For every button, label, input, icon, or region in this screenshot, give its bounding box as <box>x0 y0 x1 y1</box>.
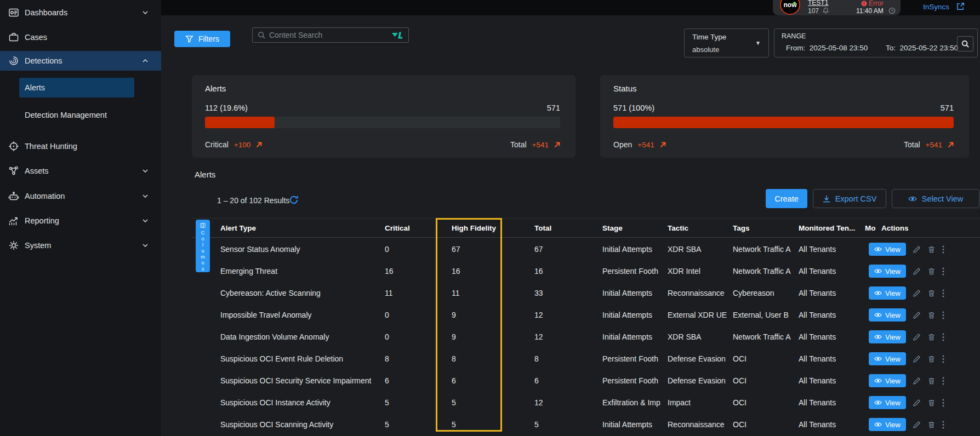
filters-button[interactable]: Filters <box>174 31 230 47</box>
edit-button[interactable] <box>913 267 921 276</box>
delete-button[interactable] <box>927 355 936 363</box>
card-footer-left-label[interactable]: Critical <box>205 140 229 149</box>
delete-button[interactable] <box>927 421 936 429</box>
pencil-icon <box>913 355 921 363</box>
sidebar-item-threat-hunting[interactable]: Threat Hunting <box>0 135 161 157</box>
cell-alert-type[interactable]: Suspicious OCI Event Rule Deletion <box>192 354 381 363</box>
columns-button[interactable]: Columns <box>196 220 210 272</box>
table-row[interactable]: Sensor Status Anomaly 0 67 67 Initial At… <box>192 238 980 260</box>
cell-alert-type[interactable]: Suspicious OCI Scanning Activity <box>192 420 381 429</box>
card-footer-right-label[interactable]: Total <box>510 140 527 149</box>
column-header-stage[interactable]: Stage <box>595 219 665 237</box>
column-header-critical[interactable]: Critical <box>381 219 447 237</box>
content-search-input[interactable] <box>269 31 392 39</box>
range-to-value[interactable]: 2025-05-22 23:50 <box>900 44 959 52</box>
create-button[interactable]: Create <box>766 189 807 208</box>
card-footer-left-label[interactable]: Open <box>613 140 632 149</box>
kebab-menu-icon <box>942 355 944 363</box>
view-button[interactable]: View <box>869 286 906 300</box>
edit-button[interactable] <box>913 289 921 297</box>
delete-button[interactable] <box>927 333 936 341</box>
view-button[interactable]: View <box>869 352 906 365</box>
sidebar-item-reporting[interactable]: Reporting <box>0 210 161 232</box>
delete-button[interactable] <box>927 399 936 407</box>
view-button[interactable]: View <box>869 374 906 387</box>
more-actions-button[interactable] <box>942 245 944 254</box>
more-actions-button[interactable] <box>942 399 944 407</box>
cell-actions: View <box>869 352 980 365</box>
edit-button[interactable] <box>913 377 921 385</box>
columns-grid-icon <box>200 223 206 228</box>
card-footer-right-label[interactable]: Total <box>904 140 920 149</box>
sidebar-item-dashboards[interactable]: Dashboards <box>0 2 161 24</box>
view-button[interactable]: View <box>869 418 906 431</box>
user-session-pill[interactable]: now TEST1 107 Error 11:40 AM <box>773 0 901 15</box>
cell-alert-type[interactable]: Impossible Travel Anomaly <box>192 311 381 319</box>
cell-alert-type[interactable]: Suspicious OCI Instance Activity <box>192 398 381 407</box>
more-actions-button[interactable] <box>942 333 944 341</box>
edit-button[interactable] <box>913 421 921 429</box>
bell-icon[interactable] <box>822 7 829 14</box>
range-from-value[interactable]: 2025-05-08 23:50 <box>810 44 868 52</box>
cell-alert-type[interactable]: Sensor Status Anomaly <box>192 245 381 254</box>
table-row[interactable]: Suspicious OCI Event Rule Deletion 8 8 8… <box>192 348 980 370</box>
edit-button[interactable] <box>913 399 921 407</box>
view-button[interactable]: View <box>869 308 906 322</box>
delete-button[interactable] <box>927 267 936 276</box>
teal-brand-icon[interactable] <box>392 32 403 39</box>
view-button[interactable]: View <box>869 265 906 278</box>
sidebar-item-alerts[interactable]: Alerts <box>19 78 134 97</box>
sidebar-item-detection-management[interactable]: Detection Management <box>19 105 134 125</box>
more-actions-button[interactable] <box>942 377 944 385</box>
insyncs-link[interactable]: InSyncs <box>923 3 949 11</box>
refresh-icon[interactable] <box>289 195 299 205</box>
view-button[interactable]: View <box>869 396 906 409</box>
export-csv-button[interactable]: Export CSV <box>813 189 886 208</box>
edit-button[interactable] <box>913 355 921 363</box>
table-row[interactable]: Suspicious OCI Instance Activity 5 5 12 … <box>192 392 980 414</box>
table-row[interactable]: Suspicious OCI Scanning Activity 5 5 5 I… <box>192 414 980 435</box>
sidebar-item-assets[interactable]: Assets <box>0 160 161 182</box>
column-header-total[interactable]: Total <box>529 219 595 237</box>
more-actions-button[interactable] <box>942 355 944 363</box>
sidebar-item-system[interactable]: System <box>0 234 161 256</box>
cell-alert-type[interactable]: Suspicious OCI Security Service Impairme… <box>192 376 381 385</box>
select-view-button[interactable]: Select View <box>892 189 979 208</box>
column-header-alert-type[interactable]: Alert Type <box>192 219 381 237</box>
more-actions-button[interactable] <box>942 311 944 319</box>
view-button[interactable]: View <box>869 330 906 343</box>
table-row[interactable]: Impossible Travel Anomaly 0 9 12 Initial… <box>192 304 980 326</box>
tenant-name[interactable]: TEST1 <box>808 0 828 7</box>
view-button[interactable]: View <box>869 243 906 256</box>
column-header-monitored-tenants[interactable]: Monitored Ten... <box>796 219 862 237</box>
edit-button[interactable] <box>913 333 921 341</box>
external-link-icon[interactable] <box>956 2 965 11</box>
sidebar-item-cases[interactable]: Cases <box>0 26 161 48</box>
table-row[interactable]: Suspicious OCI Security Service Impairme… <box>192 370 980 392</box>
sidebar-item-detections[interactable]: Detections <box>0 51 161 71</box>
column-header-tags[interactable]: Tags <box>730 219 796 237</box>
table-row[interactable]: Emerging Threat 16 16 16 Persistent Foot… <box>192 260 980 282</box>
more-actions-button[interactable] <box>942 289 944 297</box>
range-search-button[interactable] <box>957 36 973 51</box>
table-row[interactable]: Data Ingestion Volume Anomaly 0 9 12 Ini… <box>192 326 980 348</box>
trash-icon <box>927 289 936 297</box>
kebab-menu-icon <box>942 289 944 297</box>
edit-button[interactable] <box>913 311 921 319</box>
time-type-dropdown[interactable]: Time Type absolute ▼ <box>684 28 769 58</box>
table-row[interactable]: Cybereason: Active Scanning 11 11 33 Ini… <box>192 282 980 304</box>
delete-button[interactable] <box>927 245 936 254</box>
column-header-high-fidelity[interactable]: High Fidelity <box>447 219 529 237</box>
column-header-mo[interactable]: Mo <box>862 219 878 237</box>
delete-button[interactable] <box>927 311 936 319</box>
sidebar-item-automation[interactable]: Automation <box>0 185 161 207</box>
delete-button[interactable] <box>927 289 936 297</box>
cell-alert-type[interactable]: Cybereason: Active Scanning <box>192 289 381 297</box>
column-header-tactic[interactable]: Tactic <box>665 219 730 237</box>
more-actions-button[interactable] <box>942 267 944 276</box>
delete-button[interactable] <box>927 377 936 385</box>
more-actions-button[interactable] <box>942 421 944 429</box>
cell-alert-type[interactable]: Emerging Threat <box>192 267 381 276</box>
edit-button[interactable] <box>913 245 921 254</box>
cell-alert-type[interactable]: Data Ingestion Volume Anomaly <box>192 332 381 341</box>
